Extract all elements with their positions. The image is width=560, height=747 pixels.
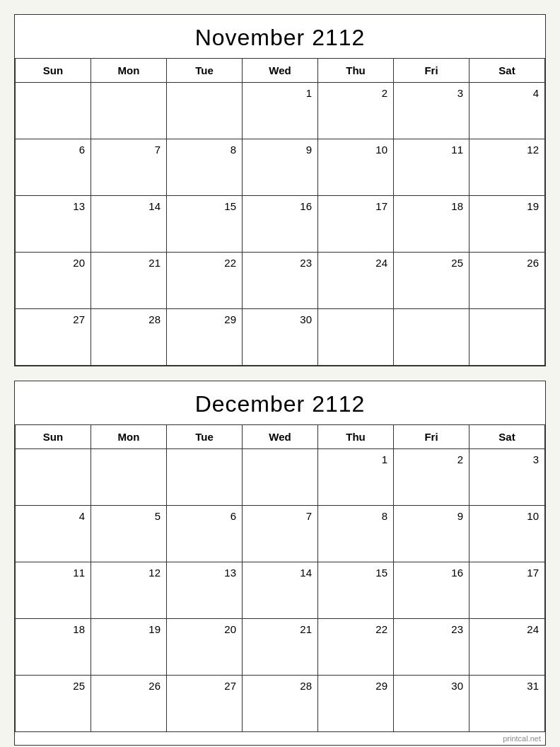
- table-row: [16, 449, 91, 506]
- table-row: 19: [91, 619, 167, 676]
- table-row: 4: [16, 506, 91, 562]
- dec-header-tue: Tue: [167, 425, 243, 449]
- table-row: 2: [394, 449, 469, 506]
- nov-header-sat: Sat: [469, 59, 545, 83]
- nov-header-thu: Thu: [318, 59, 394, 83]
- table-row: 2: [318, 83, 394, 139]
- table-row: 23: [394, 619, 469, 676]
- table-row: 14: [243, 562, 318, 619]
- table-row: [318, 309, 394, 366]
- table-row: [16, 83, 91, 139]
- dec-header-thu: Thu: [318, 425, 394, 449]
- table-row: 11: [394, 139, 469, 196]
- table-row: 29: [318, 676, 394, 732]
- table-row: 25: [16, 676, 91, 732]
- dec-header-sun: Sun: [16, 425, 91, 449]
- table-row: 29: [167, 309, 243, 366]
- table-row: 28: [91, 309, 167, 366]
- table-row: 19: [469, 196, 545, 253]
- november-calendar: November 2112 Sun Mon Tue Wed Thu Fri Sa…: [14, 14, 546, 366]
- table-row: 7: [243, 506, 318, 562]
- table-row: 18: [394, 196, 469, 253]
- december-title: December 2112: [15, 381, 545, 425]
- table-row: [167, 83, 243, 139]
- table-row: 13: [16, 196, 91, 253]
- table-row: [469, 309, 545, 366]
- table-row: 5: [91, 506, 167, 562]
- table-row: 31: [469, 676, 545, 732]
- table-row: 17: [318, 196, 394, 253]
- table-row: 26: [91, 676, 167, 732]
- table-row: 10: [469, 506, 545, 562]
- table-row: 8: [167, 139, 243, 196]
- table-row: 7: [91, 139, 167, 196]
- table-row: 27: [16, 309, 91, 366]
- nov-header-sun: Sun: [16, 59, 91, 83]
- december-calendar: December 2112 Sun Mon Tue Wed Thu Fri Sa…: [14, 381, 546, 746]
- watermark: printcal.net: [15, 732, 545, 745]
- november-title: November 2112: [15, 15, 545, 59]
- table-row: 24: [469, 619, 545, 676]
- table-row: 3: [394, 83, 469, 139]
- table-row: 10: [318, 139, 394, 196]
- table-row: 20: [16, 253, 91, 309]
- table-row: 1: [318, 449, 394, 506]
- table-row: 30: [243, 309, 318, 366]
- table-row: 15: [167, 196, 243, 253]
- table-row: 23: [243, 253, 318, 309]
- table-row: 16: [243, 196, 318, 253]
- table-row: 12: [469, 139, 545, 196]
- table-row: 21: [243, 619, 318, 676]
- table-row: 30: [394, 676, 469, 732]
- table-row: 25: [394, 253, 469, 309]
- nov-header-fri: Fri: [394, 59, 469, 83]
- table-row: [167, 449, 243, 506]
- dec-header-sat: Sat: [469, 425, 545, 449]
- dec-header-wed: Wed: [243, 425, 318, 449]
- dec-header-fri: Fri: [394, 425, 469, 449]
- table-row: [394, 309, 469, 366]
- table-row: 1: [243, 83, 318, 139]
- table-row: 13: [167, 562, 243, 619]
- table-row: 8: [318, 506, 394, 562]
- table-row: 28: [243, 676, 318, 732]
- table-row: [91, 449, 167, 506]
- table-row: 12: [91, 562, 167, 619]
- dec-header-mon: Mon: [91, 425, 167, 449]
- table-row: 26: [469, 253, 545, 309]
- november-grid: Sun Mon Tue Wed Thu Fri Sat 1 2 3 4 6 7 …: [15, 59, 545, 366]
- table-row: 15: [318, 562, 394, 619]
- table-row: 22: [167, 253, 243, 309]
- table-row: 6: [16, 139, 91, 196]
- table-row: 16: [394, 562, 469, 619]
- table-row: 9: [394, 506, 469, 562]
- table-row: 3: [469, 449, 545, 506]
- table-row: 6: [167, 506, 243, 562]
- nov-header-tue: Tue: [167, 59, 243, 83]
- table-row: 27: [167, 676, 243, 732]
- table-row: 14: [91, 196, 167, 253]
- table-row: 24: [318, 253, 394, 309]
- table-row: 22: [318, 619, 394, 676]
- nov-header-mon: Mon: [91, 59, 167, 83]
- december-grid: Sun Mon Tue Wed Thu Fri Sat 1 2 3 4 5 6 …: [15, 425, 545, 732]
- table-row: 17: [469, 562, 545, 619]
- table-row: 20: [167, 619, 243, 676]
- nov-header-wed: Wed: [243, 59, 318, 83]
- table-row: [243, 449, 318, 506]
- table-row: [91, 83, 167, 139]
- table-row: 11: [16, 562, 91, 619]
- table-row: 9: [243, 139, 318, 196]
- table-row: 21: [91, 253, 167, 309]
- table-row: 18: [16, 619, 91, 676]
- table-row: 4: [469, 83, 545, 139]
